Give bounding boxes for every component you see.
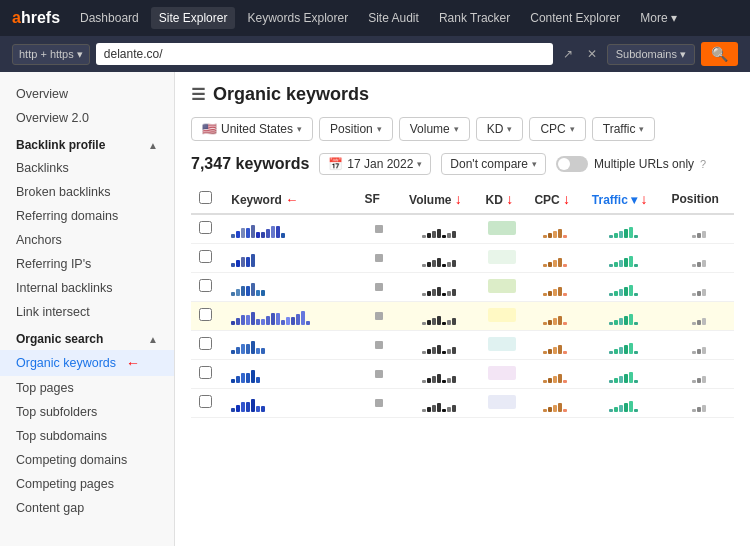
search-button[interactable]: 🔍 [701, 42, 738, 66]
keyword-bar [251, 225, 255, 238]
volume-bar [452, 260, 456, 267]
volume-bar [437, 258, 441, 267]
table-row [191, 360, 734, 389]
volume-bar [452, 405, 456, 412]
sidebar-item-broken-backlinks[interactable]: Broken backlinks [0, 180, 174, 204]
volume-bar [427, 233, 431, 238]
traffic-bar [629, 343, 633, 354]
nav-more[interactable]: More ▾ [632, 7, 685, 29]
volume-bar [427, 407, 431, 412]
external-link-icon[interactable]: ↗ [559, 45, 577, 63]
sf-icon [375, 254, 383, 262]
keyword-bar [246, 344, 250, 354]
section-backlink-profile: Backlink profile ▲ [0, 130, 174, 156]
sidebar-item-overview[interactable]: Overview [0, 82, 174, 106]
th-position[interactable]: Position [664, 185, 734, 214]
country-filter[interactable]: 🇺🇸 United States ▾ [191, 117, 313, 141]
sidebar-item-organic-keywords[interactable]: Organic keywords ← [0, 350, 174, 376]
sidebar-item-link-intersect[interactable]: Link intersect [0, 300, 174, 324]
cpc-bar [558, 345, 562, 354]
position-bar [702, 405, 706, 412]
row-checkbox[interactable] [199, 366, 212, 379]
keyword-bar [251, 341, 255, 354]
cpc-filter[interactable]: CPC ▾ [529, 117, 585, 141]
cpc-bar [548, 407, 552, 412]
select-all-checkbox[interactable] [199, 191, 212, 204]
help-icon[interactable]: ? [700, 158, 706, 170]
url-input[interactable] [96, 43, 553, 65]
th-traffic[interactable]: Traffic ▾ ↓ [584, 185, 664, 214]
keyword-bar [236, 405, 240, 412]
th-cpc[interactable]: CPC ↓ [526, 185, 583, 214]
th-kd[interactable]: KD ↓ [478, 185, 527, 214]
row-checkbox[interactable] [199, 337, 212, 350]
protocol-selector[interactable]: http + https ▾ [12, 44, 90, 65]
row-checkbox[interactable] [199, 279, 212, 292]
chevron-icon: ▾ [532, 159, 537, 169]
position-bar [692, 235, 696, 238]
traffic-bar [609, 235, 613, 238]
traffic-bar [609, 293, 613, 296]
keyword-bar [231, 350, 235, 354]
keyword-bar [231, 234, 235, 238]
sidebar-item-top-pages[interactable]: Top pages [0, 376, 174, 400]
sidebar-item-internal-backlinks[interactable]: Internal backlinks [0, 276, 174, 300]
volume-filter[interactable]: Volume ▾ [399, 117, 470, 141]
volume-bar [427, 291, 431, 296]
volume-bar [452, 347, 456, 354]
sidebar-item-top-subfolders[interactable]: Top subfolders [0, 400, 174, 424]
sf-icon [375, 283, 383, 291]
position-filter[interactable]: Position ▾ [319, 117, 393, 141]
keyword-bar [251, 399, 255, 412]
cpc-bar [553, 289, 557, 296]
th-keyword[interactable]: Keyword ← [223, 185, 356, 214]
position-bar [697, 262, 701, 267]
nav-content-explorer[interactable]: Content Explorer [522, 7, 628, 29]
traffic-bar [629, 227, 633, 238]
keyword-bar [241, 286, 245, 296]
cpc-bar [543, 409, 547, 412]
subdomains-selector[interactable]: Subdomains ▾ [607, 44, 695, 65]
volume-bar [447, 407, 451, 412]
sidebar-item-backlinks[interactable]: Backlinks [0, 156, 174, 180]
keyword-bar [236, 260, 240, 267]
nav-site-audit[interactable]: Site Audit [360, 7, 427, 29]
keyword-bar [291, 317, 295, 325]
sidebar-item-competing-domains[interactable]: Competing domains [0, 448, 174, 472]
volume-bar [452, 289, 456, 296]
traffic-filter[interactable]: Traffic ▾ [592, 117, 656, 141]
row-checkbox[interactable] [199, 395, 212, 408]
volume-bar [447, 233, 451, 238]
position-bar [697, 349, 701, 354]
th-volume[interactable]: Volume ↓ [401, 185, 477, 214]
close-icon[interactable]: ✕ [583, 45, 601, 63]
multiple-urls-toggle-wrap: Multiple URLs only ? [556, 156, 706, 172]
keyword-bar [286, 317, 290, 325]
row-checkbox[interactable] [199, 250, 212, 263]
nav-dashboard[interactable]: Dashboard [72, 7, 147, 29]
row-checkbox[interactable] [199, 221, 212, 234]
position-bar [692, 293, 696, 296]
sidebar-item-anchors[interactable]: Anchors [0, 228, 174, 252]
cpc-bar [558, 403, 562, 412]
traffic-bar [634, 293, 638, 296]
sidebar-item-overview2[interactable]: Overview 2.0 [0, 106, 174, 130]
cpc-bar [563, 293, 567, 296]
nav-site-explorer[interactable]: Site Explorer [151, 7, 236, 29]
table-row [191, 302, 734, 331]
volume-bar [447, 291, 451, 296]
nav-keywords-explorer[interactable]: Keywords Explorer [239, 7, 356, 29]
th-sf[interactable]: SF [357, 185, 401, 214]
sidebar-item-referring-domains[interactable]: Referring domains [0, 204, 174, 228]
row-checkbox[interactable] [199, 308, 212, 321]
keyword-bar [281, 320, 285, 325]
kd-filter[interactable]: KD ▾ [476, 117, 524, 141]
date-picker[interactable]: 📅 17 Jan 2022 ▾ [319, 153, 431, 175]
nav-rank-tracker[interactable]: Rank Tracker [431, 7, 518, 29]
compare-dropdown[interactable]: Don't compare ▾ [441, 153, 546, 175]
sidebar-item-content-gap[interactable]: Content gap [0, 496, 174, 520]
sidebar-item-top-subdomains[interactable]: Top subdomains [0, 424, 174, 448]
multiple-urls-toggle[interactable] [556, 156, 588, 172]
sidebar-item-competing-pages[interactable]: Competing pages [0, 472, 174, 496]
sidebar-item-referring-ips[interactable]: Referring IP's [0, 252, 174, 276]
